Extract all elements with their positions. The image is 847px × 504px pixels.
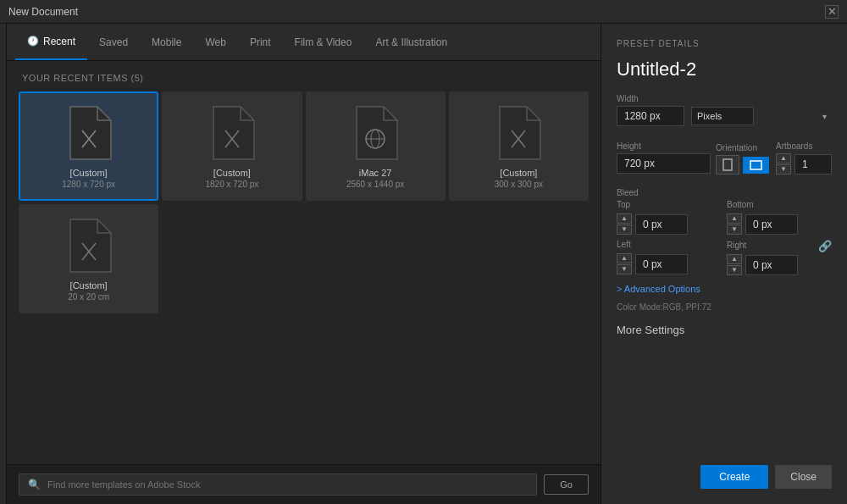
bleed-top-stepper: ▲ ▼ <box>617 213 722 235</box>
bleed-right-field: Right 🔗 ▲ ▼ <box>727 240 832 275</box>
search-input-wrap: 🔍 <box>19 474 537 496</box>
artboards-down[interactable]: ▼ <box>776 164 791 174</box>
recent-item-0[interactable]: [Custom] 1280 x 720 px <box>19 91 158 201</box>
bleed-left-down[interactable]: ▼ <box>617 264 632 274</box>
bleed-bottom-up[interactable]: ▲ <box>727 213 742 224</box>
tab-art-illustration-label: Art & Illustration <box>375 36 447 48</box>
recent-item-3-name: [Custom] <box>500 168 537 178</box>
tab-film-video[interactable]: Film & Video <box>283 24 364 60</box>
bleed-left-up[interactable]: ▲ <box>617 253 632 263</box>
recent-item-2-name: iMac 27 <box>359 168 392 178</box>
tab-mobile[interactable]: Mobile <box>140 24 193 60</box>
bleed-left-field: Left ▲ ▼ <box>617 240 722 275</box>
height-input[interactable] <box>617 153 711 174</box>
doc-icon-0 <box>65 105 113 161</box>
artboards-arrows: ▲ ▼ <box>776 153 791 174</box>
search-bar: 🔍 Go <box>7 464 601 504</box>
preset-title: Untitled-2 <box>617 58 832 80</box>
search-input[interactable] <box>47 479 528 490</box>
tab-print[interactable]: Print <box>238 24 283 60</box>
recent-item-3[interactable]: [Custom] 300 x 300 px <box>449 91 589 201</box>
svg-rect-12 <box>750 161 761 169</box>
artboards-stepper: ▲ ▼ <box>776 153 832 174</box>
tab-saved[interactable]: Saved <box>87 24 140 60</box>
tabs-container: 🕐 Recent Saved Mobile Web Print Film & V… <box>7 24 601 61</box>
portrait-button[interactable] <box>716 155 739 174</box>
landscape-button[interactable] <box>743 157 769 174</box>
bottom-buttons: Create Close <box>617 457 832 489</box>
recent-item-1-name: [Custom] <box>213 168 251 178</box>
search-icon: 🔍 <box>28 479 41 490</box>
bleed-right-stepper: ▲ ▼ <box>727 254 832 275</box>
recent-header: YOUR RECENT ITEMS (5) <box>7 61 601 91</box>
bleed-right-down[interactable]: ▼ <box>727 265 742 275</box>
bleed-top-down[interactable]: ▼ <box>617 224 632 235</box>
width-label: Width <box>617 94 832 103</box>
artboards-up[interactable]: ▲ <box>776 153 791 163</box>
bleed-bottom-label: Bottom <box>727 200 832 209</box>
bleed-right-up[interactable]: ▲ <box>727 254 742 264</box>
bleed-grid: Top ▲ ▼ Bottom ▲ ▼ <box>617 200 832 275</box>
bleed-top-field: Top ▲ ▼ <box>617 200 722 235</box>
artboards-input[interactable] <box>794 154 832 174</box>
bleed-left-input[interactable] <box>635 254 688 274</box>
recent-item-3-size: 300 x 300 px <box>495 180 543 189</box>
advanced-options-label: > Advanced Options <box>617 284 700 294</box>
recent-item-0-name: [Custom] <box>70 168 108 178</box>
tab-recent[interactable]: 🕐 Recent <box>15 24 87 60</box>
right-panel: PRESET DETAILS Untitled-2 Width Pixels I… <box>601 24 847 504</box>
tab-web-label: Web <box>205 36 225 48</box>
bleed-top-input[interactable] <box>635 214 688 235</box>
orientation-label: Orientation <box>716 143 769 152</box>
preset-details-label: PRESET DETAILS <box>617 39 832 48</box>
bleed-bottom-input[interactable] <box>745 214 798 235</box>
items-row-2: [Custom] 20 x 20 cm <box>19 204 589 313</box>
link-icon[interactable]: 🔗 <box>818 240 832 252</box>
recent-item-1[interactable]: [Custom] 1820 x 720 px <box>162 91 302 201</box>
bleed-top-label: Top <box>617 200 722 209</box>
tab-saved-label: Saved <box>99 36 128 48</box>
advanced-options[interactable]: > Advanced Options <box>617 284 832 294</box>
height-orientation-row: Height Orientation Artboar <box>617 141 832 174</box>
tab-film-video-label: Film & Video <box>295 36 352 48</box>
unit-select[interactable]: Pixels Inches Centimeters Millimeters Po… <box>691 107 754 125</box>
recent-icon: 🕐 <box>27 36 39 47</box>
recent-item-1-size: 1820 x 720 px <box>205 180 258 189</box>
tab-print-label: Print <box>250 36 271 48</box>
bleed-label: Bleed <box>617 188 832 197</box>
window-title: New Document <box>8 6 78 18</box>
bleed-top-up[interactable]: ▲ <box>617 213 632 224</box>
width-input[interactable] <box>617 106 684 126</box>
height-label: Height <box>617 141 711 151</box>
doc-icon-3 <box>495 105 542 161</box>
more-settings-label: More Settings <box>617 324 832 336</box>
doc-icon-2 <box>352 105 399 161</box>
go-button[interactable]: Go <box>544 474 589 495</box>
doc-icon-4 <box>65 218 113 274</box>
width-row: Pixels Inches Centimeters Millimeters Po… <box>617 106 832 126</box>
recent-item-4-size: 20 x 20 cm <box>68 292 109 302</box>
title-bar: New Document ✕ <box>0 0 847 24</box>
window-close-button[interactable]: ✕ <box>825 5 839 19</box>
tab-mobile-label: Mobile <box>152 36 181 48</box>
recent-item-2-size: 2560 x 1440 px <box>346 180 404 189</box>
recent-item-4[interactable]: [Custom] 20 x 20 cm <box>19 204 158 313</box>
tab-art-illustration[interactable]: Art & Illustration <box>363 24 459 60</box>
artboards-label: Artboards <box>776 141 832 151</box>
tab-recent-label: Recent <box>43 36 75 47</box>
svg-rect-11 <box>723 159 732 170</box>
left-strip <box>0 24 7 504</box>
recent-item-2[interactable]: iMac 27 2560 x 1440 px <box>306 91 446 201</box>
close-button[interactable]: Close <box>775 465 832 489</box>
bleed-right-input[interactable] <box>745 255 798 275</box>
items-grid-wrapper: [Custom] 1280 x 720 px [Custom] 182 <box>7 91 601 464</box>
create-button[interactable]: Create <box>700 465 768 489</box>
color-mode-text: Color Mode:RGB, PPI:72 <box>617 302 832 312</box>
items-row-1: [Custom] 1280 x 720 px [Custom] 182 <box>19 91 589 201</box>
bleed-left-stepper: ▲ ▼ <box>617 253 722 274</box>
bleed-bottom-down[interactable]: ▼ <box>727 224 742 235</box>
orientation-buttons <box>716 155 769 174</box>
tab-web[interactable]: Web <box>193 24 237 60</box>
bleed-bottom-field: Bottom ▲ ▼ <box>727 200 832 235</box>
doc-icon-1 <box>208 105 256 161</box>
